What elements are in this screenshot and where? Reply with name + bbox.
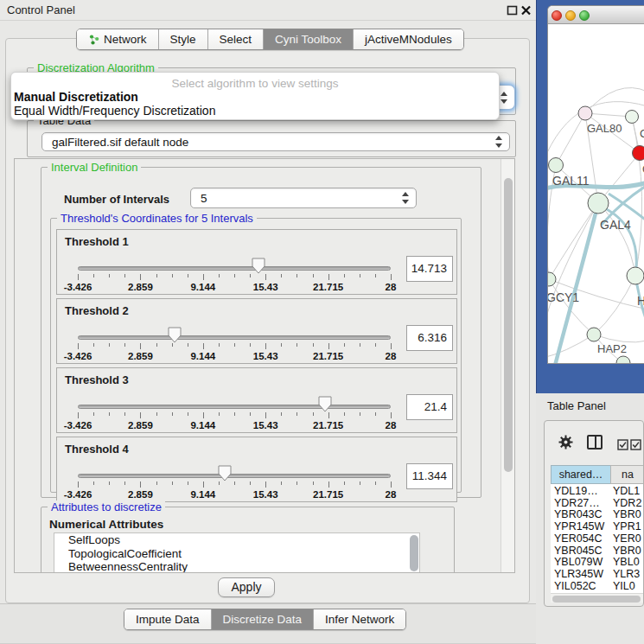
network-edge[interactable] [549,203,598,279]
threshold-slider-track[interactable] [78,405,391,409]
numerical-attributes-list[interactable]: SelfLoopsTopologicalCoefficientBetweenne… [54,532,420,573]
threshold-slider-thumb[interactable] [168,327,182,346]
tab-network[interactable]: Network [77,29,159,49]
table-row[interactable]: YPR145WYPR1 [551,520,644,532]
slider-tick [344,343,345,347]
column-header-shared-name[interactable]: shared… [551,465,611,484]
slider-tick [360,343,360,347]
minimize-traffic-light-icon[interactable] [565,10,576,21]
slider-tick [219,343,220,347]
table-horizontal-scrollbar[interactable] [551,593,644,603]
slider-tick [328,481,329,488]
cell-name: YDL1 [613,485,640,497]
network-canvas[interactable]: GAL80GACGAL11GAL4GCY1HHAP2 [548,24,644,364]
threshold-panel: Threshold 1-3.4262.8599.14415.4321.71528… [56,229,457,295]
table-row[interactable]: YLR345WYLR3 [551,568,644,580]
list-item[interactable]: TopologicalCoefficient [54,547,419,561]
slider-tick [375,343,376,347]
network-node[interactable] [548,272,556,286]
cell-shared-name: YBR043C [554,508,603,520]
checkbox-checked-icon[interactable] [617,439,628,450]
threshold-slider-track[interactable] [78,474,391,478]
zoom-traffic-light-icon[interactable] [579,10,590,21]
slider-tick-label: 21.715 [301,489,356,500]
table-row[interactable]: YDR27…YDR2 [551,497,644,509]
network-node[interactable] [626,111,639,124]
tab-jactivemnodules[interactable]: jActiveMNodules [354,29,463,49]
network-window-frame: GAL80GACGAL11GAL4GCY1HHAP2 [536,0,644,393]
tab-cyni-toolbox[interactable]: Cyni Toolbox [264,29,354,49]
network-edge[interactable] [548,203,598,331]
list-scrollbar-thumb[interactable] [410,535,418,571]
number-of-intervals-label: Number of Intervals [64,193,169,206]
attributes-group: Attributes to discretize Numerical Attri… [41,507,455,573]
settings-vertical-scrollbar[interactable] [501,159,515,572]
scrollbar-thumb[interactable] [552,596,641,603]
list-item[interactable]: BetweennessCentrality [54,560,419,573]
network-edge[interactable] [598,203,635,276]
slider-tick [93,274,94,277]
node-table: shared… na YDL19…YDL1YDR27…YDR2YBR043CYB… [544,420,644,607]
algorithm-option[interactable]: Equal Width/Frequency Discretization [14,104,215,118]
table-row[interactable]: YBR043CYBR0 [551,508,644,520]
close-icon[interactable] [520,5,532,16]
network-window: GAL80GACGAL11GAL4GCY1HHAP2 [547,5,644,364]
tab-label: Style [170,33,196,46]
table-row[interactable]: YBL079WYBL0 [551,556,644,568]
threshold-value-field[interactable]: 14.713 [406,256,453,282]
table-row[interactable]: YIL052CYIL0 [551,580,644,592]
network-edge[interactable] [556,113,585,165]
threshold-panel: Threshold 4-3.4262.8599.14415.4321.71528… [56,437,457,502]
network-node[interactable] [549,158,564,173]
algorithm-option[interactable]: Manual Discretization [14,90,138,104]
threshold-slider-track[interactable] [78,266,391,271]
network-edge[interactable] [594,335,644,342]
slider-tick [375,274,376,277]
threshold-value-field[interactable]: 6.316 [406,325,453,351]
table-row[interactable]: YBR045CYBR0 [551,545,644,557]
network-node[interactable] [627,267,644,284]
cell-shared-name: YBR045C [554,545,603,557]
tab-style[interactable]: Style [159,29,208,49]
network-edge[interactable] [548,335,594,358]
table-data-combo-value: galFiltered.sif default node [52,136,188,149]
network-node[interactable] [588,193,609,214]
close-traffic-light-icon[interactable] [552,10,562,21]
network-edge[interactable] [585,88,644,113]
table-row[interactable]: YER054CYER0 [551,532,644,545]
checkbox-checked-icon[interactable] [630,439,641,450]
split-columns-icon[interactable] [587,435,603,450]
threshold-slider-thumb[interactable] [318,396,332,415]
column-header-name[interactable]: na [610,465,644,484]
node-label: GAL11 [552,174,590,188]
table-panel-area: Table Panel shared… na [536,393,644,644]
apply-button[interactable]: Apply [218,577,275,597]
threshold-slider-thumb[interactable] [252,258,265,277]
tab-infer-network[interactable]: Infer Network [314,609,405,629]
list-item[interactable]: SelfLoops [54,533,419,547]
network-node[interactable] [587,328,601,341]
network-node[interactable] [578,106,592,120]
slider-tick-label: 2.859 [112,489,168,500]
network-node[interactable] [616,356,630,364]
tab-impute-data[interactable]: Impute Data [124,609,212,629]
slider-tick [140,412,141,418]
settings-gear-icon[interactable] [558,435,573,450]
interval-definition-group: Interval Definition Number of Intervals … [41,167,481,498]
table-row[interactable]: YDL19…YDL1 [551,485,644,497]
slider-tick-label: 2.859 [112,282,168,292]
tab-discretize-data[interactable]: Discretize Data [212,609,315,629]
threshold-slider-thumb[interactable] [218,465,232,484]
slider-tick-label: 9.144 [175,489,231,500]
network-node[interactable] [633,146,644,161]
threshold-value-field[interactable]: 21.4 [406,394,453,420]
slider-tick [124,412,125,416]
slider-tick [328,343,329,349]
scrollbar-thumb[interactable] [504,178,513,472]
threshold-value-field[interactable]: 11.344 [406,463,453,489]
tab-select[interactable]: Select [208,29,265,49]
float-window-icon[interactable] [507,5,518,16]
number-of-intervals-combo[interactable]: 5 [190,188,417,208]
table-data-combo[interactable]: galFiltered.sif default node [41,132,510,151]
threshold-slider-track[interactable] [78,335,391,340]
